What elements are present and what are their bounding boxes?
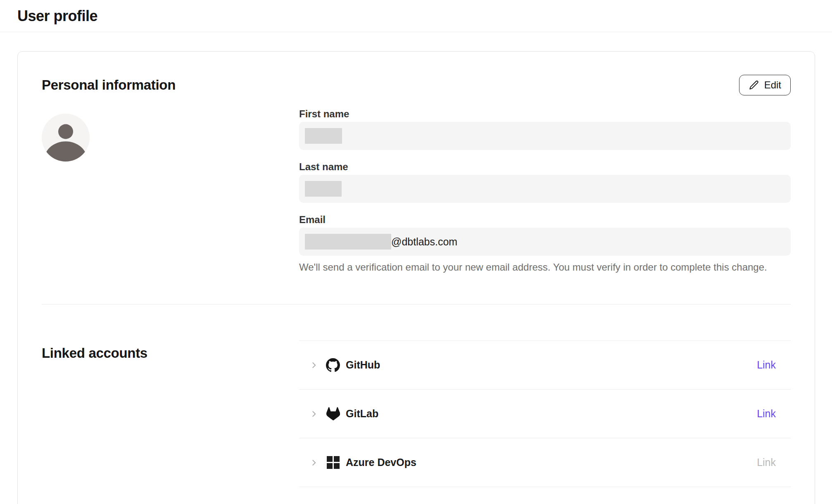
provider-name: GitHub	[346, 359, 380, 371]
section-divider	[42, 304, 791, 304]
email-verification-note: We'll send a verification email to your …	[299, 262, 791, 273]
user-profile-card: Personal information Edit First name	[17, 51, 815, 504]
avatar-placeholder-icon	[42, 114, 90, 162]
email-domain-suffix: @dbtlabs.com	[391, 236, 457, 248]
azure-devops-icon	[326, 456, 340, 470]
last-name-field	[299, 175, 791, 203]
linked-account-row-azure-devops: Azure DevOps Link	[299, 438, 791, 487]
personal-info-heading: Personal information	[42, 77, 176, 93]
email-redacted-value	[305, 234, 391, 250]
linked-account-row-gitlab: GitLab Link	[299, 390, 791, 438]
email-label: Email	[299, 214, 791, 225]
first-name-redacted-value	[305, 128, 342, 144]
provider-name: Azure DevOps	[346, 456, 416, 468]
provider-name: GitLab	[346, 408, 378, 420]
linked-account-row-github: GitHub Link	[299, 341, 791, 390]
pencil-icon	[749, 80, 759, 90]
personal-info-body: First name Last name Email @dbtlabs.com …	[18, 95, 815, 273]
linked-accounts-section: Linked accounts GitHub Link	[18, 340, 815, 487]
chevron-right-icon[interactable]	[309, 409, 319, 418]
personal-info-form: First name Last name Email @dbtlabs.com …	[299, 109, 791, 273]
page-title: User profile	[17, 7, 97, 25]
azure-devops-link-action: Link	[757, 456, 776, 468]
edit-button[interactable]: Edit	[739, 75, 791, 95]
chevron-right-icon[interactable]	[309, 458, 319, 467]
chevron-right-icon[interactable]	[309, 361, 319, 370]
github-link-action[interactable]: Link	[757, 359, 776, 371]
gitlab-icon	[326, 407, 340, 421]
linked-accounts-list: GitHub Link GitLab Link	[299, 340, 791, 487]
first-name-field	[299, 122, 791, 150]
first-name-label: First name	[299, 109, 791, 119]
last-name-label: Last name	[299, 162, 791, 172]
avatar	[42, 114, 299, 273]
gitlab-link-action[interactable]: Link	[757, 408, 776, 420]
page-header: User profile	[0, 0, 832, 32]
email-field: @dbtlabs.com	[299, 228, 791, 256]
edit-button-label: Edit	[764, 79, 781, 91]
linked-accounts-heading: Linked accounts	[42, 345, 299, 361]
last-name-redacted-value	[305, 181, 342, 197]
personal-info-header: Personal information Edit	[18, 52, 815, 95]
github-icon	[326, 358, 340, 372]
